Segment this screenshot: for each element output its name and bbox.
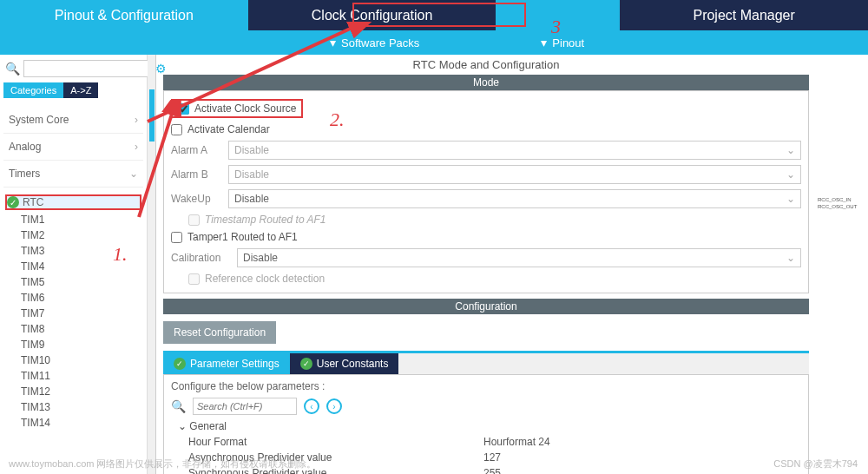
param-hour-format[interactable]: Hour Format Hourformat 24 xyxy=(171,434,801,450)
tree-item-tim7[interactable]: TIM7 xyxy=(3,306,143,321)
chevron-down-icon xyxy=(541,36,547,49)
label-alarm-a: Alarm A xyxy=(171,144,223,156)
search-icon: 🔍 xyxy=(5,62,20,76)
prev-match-icon[interactable]: ‹ xyxy=(304,398,319,414)
section-mode-header: Mode xyxy=(163,75,809,90)
tree-item-tim14[interactable]: TIM14 xyxy=(3,415,143,431)
label-activate-calendar: Activate Calendar xyxy=(187,123,270,135)
select-wakeup[interactable]: Disable⌄ xyxy=(228,189,801,208)
chevron-down-icon: ⌄ xyxy=(786,168,795,181)
label-alarm-b: Alarm B xyxy=(171,168,223,181)
search-icon: 🔍 xyxy=(171,399,186,413)
tree-item-tim8[interactable]: TIM8 xyxy=(3,321,143,337)
tab-project-manager[interactable]: Project Manager xyxy=(620,0,868,30)
chevron-down-icon: ⌄ xyxy=(786,144,795,156)
section-config-header: Configuration xyxy=(163,299,809,314)
tab-parameter-settings[interactable]: ✓ Parameter Settings xyxy=(163,353,290,374)
tree-item-tim2[interactable]: TIM2 xyxy=(3,227,143,243)
label-tamper: Tamper1 Routed to AF1 xyxy=(187,231,298,243)
sidebar-search-input[interactable] xyxy=(23,60,152,77)
subtab-software-packs[interactable]: Software Packs xyxy=(330,36,419,49)
param-search-input[interactable] xyxy=(193,398,297,415)
tree-item-tim13[interactable]: TIM13 xyxy=(3,399,143,415)
checkbox-refclock xyxy=(188,273,200,285)
tree-item-tim6[interactable]: TIM6 xyxy=(3,290,143,306)
scroll-thumb[interactable] xyxy=(149,89,155,142)
chevron-down-icon: ⌄ xyxy=(786,252,795,264)
checkbox-activate-clock[interactable] xyxy=(178,103,189,115)
category-system-core[interactable]: System Core› xyxy=(3,107,143,134)
subtab-pinout[interactable]: Pinout xyxy=(541,36,584,49)
csdn-credit: CSDN @凌雲木794 xyxy=(773,458,858,471)
checkbox-activate-calendar[interactable] xyxy=(171,124,182,135)
select-calibration[interactable]: Disable⌄ xyxy=(237,248,801,267)
label-refclock: Reference clock detection xyxy=(205,273,325,285)
tree-item-tim1[interactable]: TIM1 xyxy=(3,212,143,227)
sidebar-scrollbar[interactable] xyxy=(148,55,156,474)
checkbox-timestamp xyxy=(188,214,200,226)
tab-user-constants[interactable]: ✓ User Constants xyxy=(290,353,399,374)
sidebar-tab-az[interactable]: A->Z xyxy=(63,82,98,98)
annotation-1: 1. xyxy=(113,243,128,266)
select-alarm-a[interactable]: Disable⌄ xyxy=(228,141,801,160)
config-prompt: Configure the below parameters : xyxy=(171,379,801,394)
tab-clock-config[interactable]: Clock Configuration xyxy=(248,0,496,30)
chevron-right-icon: › xyxy=(135,114,138,126)
tree-item-rtc[interactable]: ✓ RTC xyxy=(5,194,141,210)
annotation-2: 2. xyxy=(330,109,345,131)
tree-item-tim9[interactable]: TIM9 xyxy=(3,337,143,352)
chevron-down-icon xyxy=(330,36,336,49)
label-wakeup: WakeUp xyxy=(171,193,223,205)
chevron-right-icon: › xyxy=(135,141,138,153)
check-icon: ✓ xyxy=(300,358,312,370)
select-alarm-b[interactable]: Disable⌄ xyxy=(228,165,801,184)
group-general[interactable]: ⌄ General xyxy=(171,418,801,434)
label-calibration: Calibration xyxy=(171,252,232,264)
tree-item-tim5[interactable]: TIM5 xyxy=(3,274,143,290)
checkbox-tamper[interactable] xyxy=(171,232,182,243)
check-icon: ✓ xyxy=(174,358,186,370)
annotation-3: 3 xyxy=(551,16,561,38)
chevron-down-icon: ⌄ xyxy=(786,193,795,205)
watermark: www.toymoban.com 网络图片仅供展示，非存储，如有侵权请联系删除。 xyxy=(9,458,316,471)
panel-title: RTC Mode and Configuration xyxy=(163,55,809,75)
reset-configuration-button[interactable]: Reset Configuration xyxy=(163,321,276,344)
sidebar-tab-categories[interactable]: Categories xyxy=(3,82,63,98)
next-match-icon[interactable]: › xyxy=(326,398,342,414)
chevron-down-icon: ⌄ xyxy=(129,168,138,180)
pinout-preview: RCC_OSC_IN RCC_OSC_OUT xyxy=(816,55,868,474)
tree-item-tim10[interactable]: TIM10 xyxy=(3,352,143,368)
label-activate-clock: Activate Clock Source xyxy=(194,102,296,115)
label-timestamp: Timestamp Routed to AF1 xyxy=(205,214,326,226)
subtab-label: Software Packs xyxy=(341,36,419,49)
category-analog[interactable]: Analog› xyxy=(3,134,143,161)
check-icon: ✓ xyxy=(7,196,19,208)
tree-item-tim12[interactable]: TIM12 xyxy=(3,384,143,399)
category-timers[interactable]: Timers⌄ xyxy=(3,161,143,188)
tree-item-tim11[interactable]: TIM11 xyxy=(3,368,143,384)
tab-pinout-config[interactable]: Pinout & Configuration xyxy=(0,0,248,30)
